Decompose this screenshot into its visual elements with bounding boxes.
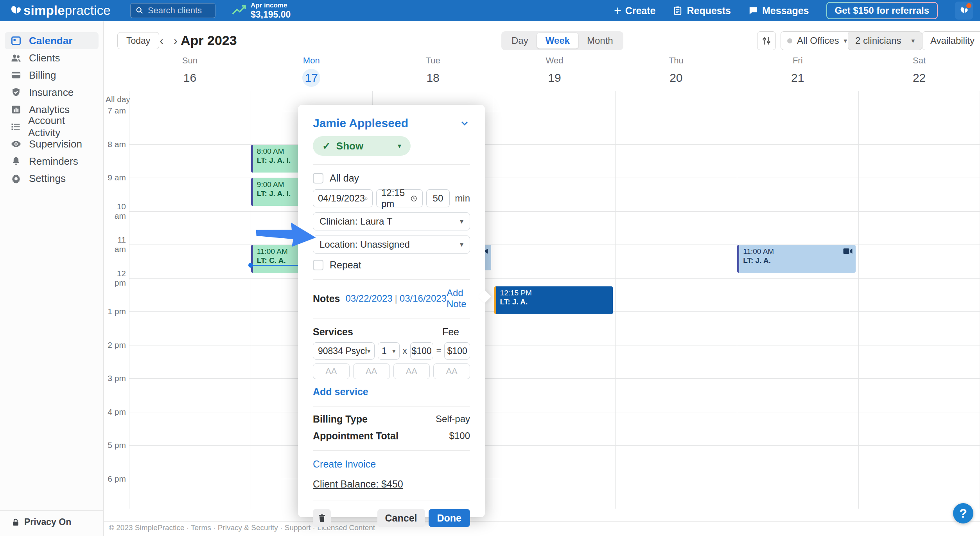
all-day-checkbox[interactable] (313, 173, 323, 183)
prev-week-button[interactable]: ‹ (155, 32, 168, 49)
repeat-checkbox-label[interactable]: Repeat (330, 259, 361, 271)
date-field[interactable]: 04/19/2023 (313, 189, 373, 207)
day-header-tue[interactable]: Tue18 (372, 54, 494, 87)
day-header-sun[interactable]: Sun16 (129, 54, 251, 87)
clinicians-filter[interactable]: 2 clinicians ▾ (848, 31, 922, 50)
times-sign: x (403, 346, 407, 356)
quantity-select[interactable]: 1 ▾ (378, 342, 400, 360)
fee-label: Fee (442, 326, 459, 338)
messages-button[interactable]: Messages (748, 5, 809, 16)
note-date-link[interactable]: 03/22/2023 (345, 293, 392, 304)
note-date-links: 03/22/2023|03/16/2023 (345, 293, 446, 304)
day-number: 20 (615, 69, 737, 87)
time-label: 8 am (104, 140, 126, 149)
availability-button[interactable]: Availability (922, 31, 980, 50)
search-input[interactable] (148, 5, 210, 16)
day-header-wed[interactable]: Wed19 (494, 54, 616, 87)
next-week-button[interactable]: › (169, 32, 182, 49)
day-name: Sun (129, 56, 251, 66)
privacy-toggle[interactable]: Privacy On (0, 510, 104, 527)
clients-icon (10, 52, 22, 64)
income-summary[interactable]: Apr income $3,195.00 (231, 2, 291, 20)
cancel-button[interactable]: Cancel (377, 509, 425, 527)
client-search[interactable] (130, 3, 215, 18)
footer-link[interactable]: Privacy & Security (218, 523, 278, 532)
all-day-label: All day (106, 95, 130, 104)
sidebar-item-label: Clients (29, 52, 60, 64)
day-number: 17 (251, 69, 372, 87)
butterfly-logo-icon (9, 4, 23, 17)
month-title: Apr 2023 (181, 33, 237, 48)
sidebar-item-clients[interactable]: Clients (5, 49, 99, 67)
note-date-link[interactable]: 03/16/2023 (400, 293, 447, 304)
day-name: Mon (251, 56, 372, 66)
add-service-link[interactable]: Add service (313, 386, 470, 398)
day-header-mon[interactable]: Mon17 (251, 54, 372, 87)
appointment-popup: Jamie Appleseed ✓ Show ▾ All day 04/19/2… (298, 105, 485, 517)
sidebar-item-billing[interactable]: Billing (5, 67, 99, 84)
done-button[interactable]: Done (429, 509, 470, 527)
copyright: © 2023 SimplePractice (109, 523, 185, 532)
service-code-select[interactable]: 90834 Psychot ▾ (313, 342, 375, 360)
repeat-checkbox[interactable] (313, 260, 323, 270)
day-name: Tue (372, 56, 494, 66)
sidebar-item-account-activity[interactable]: Account Activity (5, 118, 99, 135)
help-button[interactable]: ? (953, 503, 973, 523)
check-icon: ✓ (322, 140, 331, 152)
modifier-input[interactable]: AA (433, 363, 470, 379)
simplepractice-logo[interactable]: simplepractice (9, 3, 111, 18)
day-header-fri[interactable]: Fri21 (737, 54, 858, 87)
notification-dot (966, 3, 971, 8)
tab-month[interactable]: Month (578, 33, 622, 49)
service-total-input[interactable]: $100 (444, 342, 470, 360)
tab-day[interactable]: Day (503, 33, 537, 49)
modifier-input[interactable]: AA (393, 363, 430, 379)
delete-appointment-button[interactable] (313, 509, 331, 527)
duration-field[interactable]: 50 (426, 189, 450, 207)
day-name: Sat (858, 56, 980, 66)
chevron-down-icon: ▾ (392, 347, 396, 355)
collapse-chevron-icon[interactable] (459, 118, 470, 129)
day-number: 19 (494, 69, 616, 87)
referral-button[interactable]: Get $150 for referrals (826, 2, 938, 19)
footer-link[interactable]: Terms (191, 523, 211, 532)
day-number: 16 (129, 69, 251, 87)
sidebar-item-label: Reminders (29, 155, 78, 167)
attendance-status-dropdown[interactable]: ✓ Show ▾ (313, 136, 411, 156)
tab-week[interactable]: Week (537, 33, 578, 49)
all-day-checkbox-label[interactable]: All day (330, 173, 359, 184)
modifier-input[interactable]: AA (313, 363, 350, 379)
insurance-icon (10, 86, 22, 98)
sidebar-item-settings[interactable]: Settings (5, 170, 99, 187)
sidebar-item-calendar[interactable]: Calendar (5, 32, 99, 49)
fee-input[interactable]: $100 (410, 342, 433, 360)
appointment-event[interactable]: 12:15 PMLT: J. A. (494, 286, 613, 314)
create-button[interactable]: + Create (614, 5, 656, 16)
client-name-link[interactable]: Jamie Appleseed (313, 117, 408, 130)
today-button[interactable]: Today (117, 32, 159, 49)
requests-button[interactable]: Requests (673, 5, 731, 16)
sidebar-item-reminders[interactable]: Reminders (5, 153, 99, 170)
footer-divider (104, 521, 980, 522)
clinician-select[interactable]: Clinician: Laura T ▾ (313, 212, 470, 230)
time-label: 2 pm (104, 340, 126, 350)
time-field[interactable]: 12:15 pm (376, 189, 423, 207)
day-header-thu[interactable]: Thu20 (615, 54, 737, 87)
day-header-sat[interactable]: Sat22 (858, 54, 980, 87)
add-note-link[interactable]: Add Note (447, 288, 470, 309)
settings-icon (10, 173, 22, 184)
calendar-settings-button[interactable] (757, 31, 776, 50)
account-menu-button[interactable] (955, 2, 973, 20)
create-invoice-link[interactable]: Create Invoice (313, 459, 470, 470)
appointment-event[interactable]: 11:00 AMLT: J. A. (737, 245, 856, 273)
logo-text: simplepractice (23, 3, 111, 18)
lock-icon (11, 518, 20, 527)
week-grid[interactable]: All day 7 am8 am9 am10 am11 am12 pm1 pm2… (104, 91, 980, 509)
client-balance-link[interactable]: Client Balance: $450 (313, 478, 470, 490)
time-label: 9 am (104, 173, 126, 182)
offices-filter[interactable]: All Offices ▾ (781, 31, 854, 50)
location-select[interactable]: Location: Unassigned ▾ (313, 236, 470, 254)
modifier-input[interactable]: AA (353, 363, 390, 379)
sidebar-item-insurance[interactable]: Insurance (5, 84, 99, 101)
footer-link[interactable]: Support (285, 523, 311, 532)
